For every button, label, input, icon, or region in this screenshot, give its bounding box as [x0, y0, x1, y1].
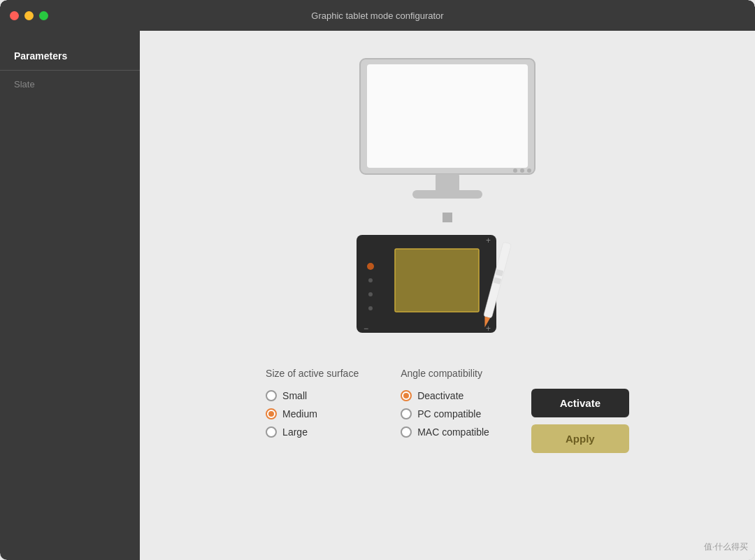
surface-size-title: Size of active surface	[266, 368, 359, 379]
svg-rect-1	[367, 64, 528, 168]
radio-large-outer[interactable]	[266, 426, 277, 438]
radio-deactivate-outer[interactable]	[401, 390, 412, 401]
radio-medium[interactable]: Medium	[266, 408, 359, 419]
angle-compat-title: Angle compatibility	[401, 368, 489, 379]
radio-small-outer[interactable]	[266, 390, 277, 401]
svg-point-5	[520, 168, 524, 173]
radio-pc-compat-outer[interactable]	[401, 408, 412, 419]
svg-point-9	[367, 263, 374, 270]
svg-rect-8	[395, 249, 479, 312]
window-title: Graphic tablet mode configurator	[311, 10, 443, 21]
radio-pc-compat-label: PC compatible	[417, 408, 481, 419]
svg-point-4	[513, 168, 517, 173]
svg-text:+: +	[486, 324, 491, 333]
content-area: + + −	[140, 31, 755, 560]
buttons-group: Activate Apply	[531, 389, 629, 453]
radio-mac-compat-outer[interactable]	[401, 426, 412, 438]
radio-large[interactable]: Large	[266, 426, 359, 438]
minimize-button[interactable]	[24, 11, 34, 20]
connector-dot	[443, 213, 452, 222]
svg-point-12	[368, 306, 373, 310]
activate-button[interactable]: Activate	[531, 389, 629, 417]
monitor-svg	[353, 52, 542, 206]
radio-deactivate-inner	[403, 393, 409, 399]
radio-pc-compat[interactable]: PC compatible	[401, 408, 489, 419]
svg-point-11	[368, 292, 373, 296]
sidebar-item-parameters[interactable]: Parameters	[0, 45, 140, 67]
radio-mac-compat-label: MAC compatible	[417, 426, 489, 438]
radio-medium-inner	[268, 411, 274, 417]
title-bar: Graphic tablet mode configurator	[0, 0, 755, 31]
svg-text:−: −	[364, 324, 368, 333]
radio-deactivate-label: Deactivate	[417, 390, 463, 401]
monitor-illustration	[353, 52, 542, 206]
radio-small[interactable]: Small	[266, 390, 359, 401]
maximize-button[interactable]	[39, 11, 48, 20]
apply-button[interactable]: Apply	[531, 424, 629, 453]
settings-area: Size of active surface Small Medium	[168, 361, 727, 453]
tablet-illustration: + + −	[357, 228, 538, 340]
svg-rect-3	[412, 190, 482, 199]
svg-point-10	[368, 278, 373, 282]
close-button[interactable]	[10, 11, 19, 20]
angle-compat-group: Angle compatibility Deactivate PC compat…	[401, 368, 489, 440]
watermark: 值·什么得买	[704, 541, 748, 553]
sidebar-divider	[0, 70, 140, 71]
radio-medium-label: Medium	[282, 408, 317, 419]
sidebar-item-slate[interactable]: Slate	[0, 73, 140, 95]
main-content: Parameters Slate	[0, 31, 755, 560]
window: Graphic tablet mode configurator Paramet…	[0, 0, 755, 560]
svg-point-6	[527, 168, 531, 173]
radio-deactivate[interactable]: Deactivate	[401, 390, 489, 401]
radio-mac-compat[interactable]: MAC compatible	[401, 426, 489, 438]
radio-large-label: Large	[282, 426, 308, 438]
radio-medium-outer[interactable]	[266, 408, 277, 419]
radio-small-label: Small	[282, 390, 307, 401]
svg-rect-2	[436, 174, 459, 192]
sidebar: Parameters Slate	[0, 31, 140, 560]
surface-size-group: Size of active surface Small Medium	[266, 368, 359, 440]
tablet-svg: + + −	[357, 228, 538, 340]
window-controls	[10, 11, 48, 20]
svg-text:+: +	[486, 236, 491, 245]
